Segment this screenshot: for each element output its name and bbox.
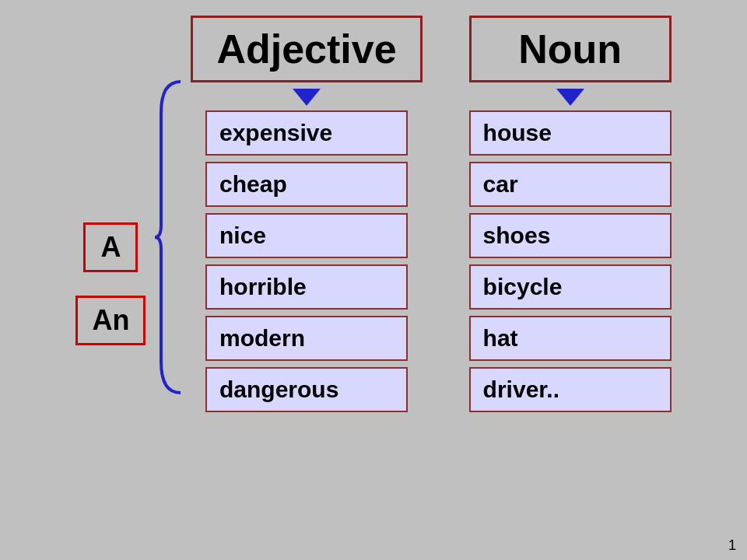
list-item: hat	[469, 316, 672, 361]
list-item: driver..	[469, 367, 672, 412]
curly-brace-icon	[153, 74, 184, 401]
adjective-word-list: expensive cheap nice horrible modern dan…	[205, 110, 408, 412]
noun-word-column: Noun house car shoes bicycle hat driver.…	[469, 16, 672, 412]
adjective-word-column: Adjective expensive cheap nice horrible …	[191, 16, 422, 412]
adjective-header: Adjective	[191, 16, 422, 82]
adjective-arrow-icon	[293, 89, 321, 106]
article-a-box: A	[83, 222, 138, 272]
list-item: cheap	[205, 162, 408, 207]
noun-word-list: house car shoes bicycle hat driver..	[469, 110, 672, 412]
article-column: A An	[75, 222, 146, 345]
noun-arrow-icon	[556, 89, 584, 106]
brace-column	[153, 74, 184, 401]
noun-header: Noun	[469, 16, 672, 82]
list-item: house	[469, 110, 672, 156]
list-item: expensive	[205, 110, 408, 156]
list-item: dangerous	[205, 367, 408, 412]
list-item: modern	[205, 316, 408, 361]
page-number: 1	[728, 537, 736, 554]
article-an-box: An	[75, 296, 146, 345]
left-section: A An Adjective expensive cheap nice horr…	[75, 16, 422, 412]
main-container: A An Adjective expensive cheap nice horr…	[0, 0, 747, 412]
list-item: shoes	[469, 213, 672, 258]
list-item: bicycle	[469, 264, 672, 310]
list-item: car	[469, 162, 672, 207]
list-item: nice	[205, 213, 408, 258]
list-item: horrible	[205, 264, 408, 310]
